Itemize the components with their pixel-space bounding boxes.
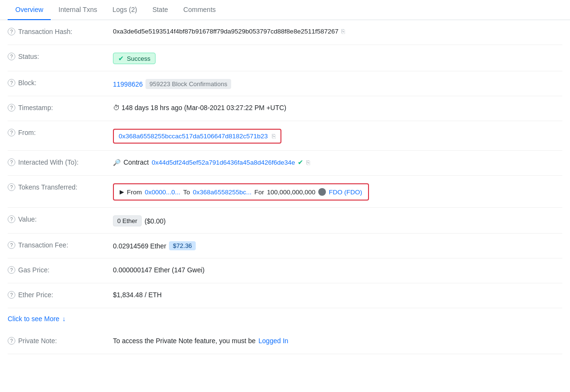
status-row: ? Status: ✔ Success (8, 45, 562, 71)
copy-icon-txhash[interactable]: ⎘ (341, 28, 345, 35)
tokens-transferred-label-text: Tokens Transferred: (18, 183, 78, 191)
private-note-row: ? Private Note: To access the Private No… (8, 329, 562, 354)
status-label: ? Status: (8, 52, 113, 60)
tab-internal-txns[interactable]: Internal Txns (51, 0, 105, 20)
ether-price-row: ? Ether Price: $1,834.48 / ETH (8, 283, 562, 308)
block-number-link[interactable]: 11998626 (113, 80, 143, 88)
interacted-with-value: 🔎 Contract 0x44d5df24d5ef52a791d6436fa45… (113, 157, 562, 166)
ether-price-label: ? Ether Price: (8, 290, 113, 299)
copy-icon-contract[interactable]: ⎘ (306, 159, 310, 166)
tokens-to-address[interactable]: 0x368a6558255bc... (193, 189, 251, 196)
tab-overview[interactable]: Overview (8, 0, 51, 20)
transaction-hash-text: 0xa3de6d5e5193514f4bf87b91678ff79da9529b… (113, 28, 338, 35)
fee-usd-badge: $72.36 (169, 241, 196, 250)
value-usd: ($0.00) (145, 217, 166, 225)
token-icon (318, 188, 326, 196)
tab-comments[interactable]: Comments (176, 0, 224, 20)
from-address-box: 0x368a6558255bccac517da5106647d8182c571b… (113, 129, 281, 144)
transaction-fee-row: ? Transaction Fee: 0.02914569 Ether $72.… (8, 234, 562, 258)
help-icon-private-note[interactable]: ? (8, 337, 15, 345)
help-icon-to[interactable]: ? (8, 158, 15, 166)
copy-icon-from[interactable]: ⎘ (272, 133, 276, 140)
token-name-link[interactable]: FDO (FDO) (329, 189, 362, 196)
gas-price-text: 0.000000147 Ether (147 Gwei) (113, 266, 204, 274)
status-badge: ✔ Success (113, 53, 156, 64)
from-label-text: From: (18, 129, 36, 136)
from-row: ? From: 0x368a6558255bccac517da5106647d8… (8, 121, 562, 151)
value-label: ? Value: (8, 214, 113, 223)
tokens-to-label: To (183, 189, 190, 196)
ether-price-label-text: Ether Price: (18, 291, 53, 299)
private-note-label: ? Private Note: (8, 336, 113, 345)
timestamp-row: ? Timestamp: ⏱ 148 days 18 hrs ago (Mar-… (8, 96, 562, 121)
help-icon-timestamp[interactable]: ? (8, 104, 15, 112)
gas-price-label-text: Gas Price: (18, 266, 49, 274)
tab-logs[interactable]: Logs (2) (105, 0, 145, 20)
ether-price-value: $1,834.48 / ETH (113, 290, 562, 299)
help-icon-value[interactable]: ? (8, 215, 15, 223)
value-label-text: Value: (18, 215, 37, 223)
from-address-link[interactable]: 0x368a6558255bccac517da5106647d8182c571b… (119, 133, 268, 140)
from-label: ? From: (8, 128, 113, 136)
block-row: ? Block: 11998626 959223 Block Confirmat… (8, 71, 562, 96)
confirmations-badge: 959223 Block Confirmations (145, 79, 231, 89)
interacted-with-row: ? Interacted With (To): 🔎 Contract 0x44d… (8, 151, 562, 176)
tokens-transferred-label: ? Tokens Transferred: (8, 182, 113, 191)
block-label-text: Block: (18, 79, 36, 87)
check-icon: ✔ (118, 55, 124, 62)
ether-price-text: $1,834.48 / ETH (113, 291, 162, 299)
gas-price-label: ? Gas Price: (8, 265, 113, 274)
transaction-hash-label: ? Transaction Hash: (8, 27, 113, 35)
transaction-fee-value: 0.02914569 Ether $72.36 (113, 240, 562, 250)
transaction-hash-row: ? Transaction Hash: 0xa3de6d5e5193514f4b… (8, 20, 562, 45)
block-value: 11998626 959223 Block Confirmations (113, 78, 562, 89)
contract-prefix: Contract (123, 158, 149, 166)
verified-icon: ✔ (298, 158, 303, 166)
logged-in-link[interactable]: Logged In (258, 337, 288, 345)
overview-content: ? Transaction Hash: 0xa3de6d5e5193514f4b… (0, 20, 570, 354)
value-row: ? Value: 0 Ether ($0.00) (8, 208, 562, 234)
transaction-hash-label-text: Transaction Hash: (18, 28, 72, 35)
tokens-for-label: For (254, 189, 264, 196)
gas-price-value: 0.000000147 Ether (147 Gwei) (113, 265, 562, 274)
click-more-text: Click to see More (8, 315, 59, 323)
tab-state[interactable]: State (145, 0, 176, 20)
value-amount-badge: 0 Ether (113, 215, 142, 226)
tokens-from-label: From (127, 189, 142, 196)
tokens-transferred-row: ? Tokens Transferred: ▶ From 0x0000...0.… (8, 176, 562, 208)
block-label: ? Block: (8, 78, 113, 87)
status-badge-text: Success (127, 55, 150, 62)
timestamp-label-text: Timestamp: (18, 104, 53, 112)
help-icon-txhash[interactable]: ? (8, 28, 15, 35)
tokens-transferred-value: ▶ From 0x0000...0... To 0x368a6558255bc.… (113, 182, 562, 201)
click-to-see-more[interactable]: Click to see More ↓ (8, 308, 562, 329)
help-icon-status[interactable]: ? (8, 53, 15, 60)
help-icon-from[interactable]: ? (8, 129, 15, 136)
private-note-text: To access the Private Note feature, you … (113, 337, 256, 345)
chevron-down-icon: ↓ (62, 315, 66, 323)
tokens-arrow: ▶ (120, 189, 124, 195)
help-icon-ether-price[interactable]: ? (8, 291, 15, 299)
search-icon: 🔎 (113, 159, 121, 166)
status-value: ✔ Success (113, 52, 562, 64)
interacted-with-label-text: Interacted With (To): (18, 158, 78, 166)
help-icon-tokens[interactable]: ? (8, 183, 15, 191)
tab-bar: Overview Internal Txns Logs (2) State Co… (0, 0, 570, 20)
tokens-amount: 100,000,000,000 (267, 189, 315, 196)
help-icon-fee[interactable]: ? (8, 241, 15, 249)
interacted-with-label: ? Interacted With (To): (8, 157, 113, 166)
transaction-fee-label: ? Transaction Fee: (8, 240, 113, 249)
help-icon-block[interactable]: ? (8, 79, 15, 87)
timestamp-label: ? Timestamp: (8, 103, 113, 112)
contract-row: 🔎 Contract 0x44d5df24d5ef52a791d6436fa45… (113, 158, 310, 166)
tokens-box: ▶ From 0x0000...0... To 0x368a6558255bc.… (113, 183, 369, 201)
status-label-text: Status: (18, 53, 39, 60)
gas-price-row: ? Gas Price: 0.000000147 Ether (147 Gwei… (8, 258, 562, 283)
tokens-from-address[interactable]: 0x0000...0... (145, 189, 180, 196)
contract-address-link[interactable]: 0x44d5df24d5ef52a791d6436fa45a8d426f6de3… (152, 159, 295, 166)
private-note-value: To access the Private Note feature, you … (113, 336, 562, 345)
private-note-label-text: Private Note: (18, 337, 57, 345)
transaction-hash-value: 0xa3de6d5e5193514f4bf87b91678ff79da9529b… (113, 27, 562, 35)
help-icon-gas[interactable]: ? (8, 266, 15, 274)
timestamp-text: ⏱ 148 days 18 hrs ago (Mar-08-2021 03:27… (113, 104, 286, 112)
